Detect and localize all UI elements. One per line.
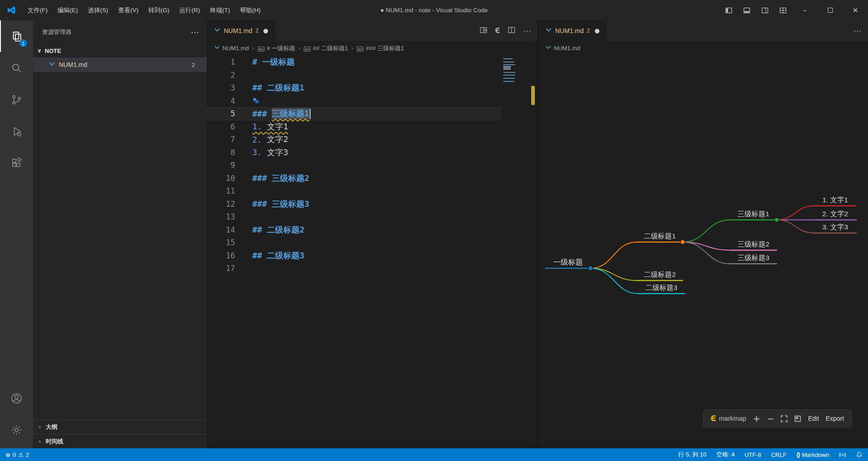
line-number: 7: [207, 135, 252, 144]
mindmap-link: [683, 220, 730, 242]
split-editor-icon[interactable]: [508, 26, 515, 35]
tab-num1md-preview[interactable]: NUM1.md 2 ●: [538, 20, 607, 41]
encoding[interactable]: UTF-8: [745, 451, 761, 458]
activity-run-debug[interactable]: [0, 115, 33, 147]
line-content: ### 三级标题3: [252, 199, 309, 209]
file-item-num1md[interactable]: NUM1.md 2: [33, 57, 207, 72]
code-line-3[interactable]: 3## 二级标题1: [207, 81, 501, 95]
mindmap-node-circle[interactable]: [680, 240, 685, 244]
breadcrumb-item[interactable]: abc# 一级标题: [258, 44, 295, 52]
dirty-indicator[interactable]: ●: [594, 27, 599, 34]
fit-window-button[interactable]: [781, 415, 788, 422]
line-number: 15: [207, 238, 252, 247]
problems-status[interactable]: ⊗ 0 ⚠ 2: [5, 451, 29, 458]
breadcrumb-item[interactable]: abc## 二级标题1: [304, 44, 348, 52]
activity-explorer[interactable]: 1: [0, 20, 33, 52]
menu-item-6[interactable]: 终端(T): [205, 0, 235, 20]
code-line-11[interactable]: 11: [207, 185, 501, 198]
mindmap-node-circle[interactable]: [588, 266, 593, 271]
minimize-button[interactable]: –: [792, 0, 817, 20]
breadcrumb-item[interactable]: NUM1.md: [545, 44, 580, 52]
notifications-bell-icon[interactable]: [856, 451, 863, 458]
mindmap-node-label[interactable]: 三级标题1: [737, 210, 769, 218]
mindmap-node-label[interactable]: 二级标题1: [644, 232, 676, 240]
edit-button[interactable]: Edit: [808, 415, 819, 422]
breadcrumb-item[interactable]: abc### 三级标题1: [357, 44, 404, 52]
mindmap-node-label[interactable]: 二级标题3: [646, 284, 678, 291]
sidebar-panel-timeline[interactable]: › 时间线: [33, 434, 207, 448]
breadcrumb-item[interactable]: NUM1.md: [214, 44, 249, 52]
code-line-17[interactable]: 17: [207, 262, 501, 275]
activity-search[interactable]: [0, 52, 33, 84]
code-line-2[interactable]: 2: [207, 69, 501, 82]
mindmap-node-label[interactable]: 三级标题2: [737, 240, 769, 248]
mindmap-node-circle[interactable]: [774, 218, 779, 222]
vertical-scrollbar[interactable]: [528, 56, 538, 448]
activity-extensions[interactable]: [0, 147, 33, 179]
code-line-10[interactable]: 10### 三级标题2: [207, 172, 501, 185]
code-line-15[interactable]: 15: [207, 236, 501, 249]
code-line-12[interactable]: 12### 三级标题3: [207, 198, 501, 211]
close-button[interactable]: ✕: [843, 0, 868, 20]
indentation[interactable]: 空格: 4: [716, 451, 734, 459]
file-name: NUM1.md: [59, 61, 87, 68]
mindmap-node-label[interactable]: 1. 文字1: [822, 196, 848, 204]
activity-account[interactable]: [0, 382, 33, 414]
code-line-14[interactable]: 14## 二级标题2: [207, 223, 501, 237]
code-line-5[interactable]: 5### 三级标题1: [207, 107, 501, 120]
sidebar-section-note[interactable]: ∨ NOTE: [33, 44, 207, 57]
code-line-13[interactable]: 13: [207, 210, 501, 223]
activity-settings[interactable]: [0, 414, 33, 446]
sidebar-panel-outline[interactable]: › 大纲: [33, 419, 207, 434]
zoom-out-button[interactable]: −: [767, 414, 774, 423]
activity-bar-spacer: [0, 179, 33, 382]
eol-sequence[interactable]: CRLF: [771, 451, 787, 458]
maximize-button[interactable]: [817, 0, 843, 20]
markmap-open-icon[interactable]: Є: [495, 27, 500, 35]
code-line-8[interactable]: 83. 文字3: [207, 146, 501, 159]
mindmap-node-label[interactable]: 二级标题2: [644, 271, 676, 278]
code-editor[interactable]: 1# 一级标题23## 二级标题145### 三级标题161. 文字172. 文…: [207, 56, 501, 448]
more-actions-icon[interactable]: ⋯: [523, 26, 531, 35]
activity-source-control[interactable]: [0, 84, 33, 115]
toggle-panel-icon[interactable]: [738, 0, 756, 20]
code-line-6[interactable]: 61. 文字1: [207, 120, 501, 133]
code-line-7[interactable]: 72. 文字2: [207, 133, 501, 146]
code-action-icon[interactable]: [252, 97, 260, 104]
language-mode[interactable]: {} Markdown: [797, 451, 829, 458]
code-line-16[interactable]: 16## 二级标题3: [207, 249, 501, 262]
mindmap-svg[interactable]: 一级标题二级标题1二级标题2二级标题3三级标题1三级标题2三级标题31. 文字1…: [538, 56, 868, 448]
menu-item-1[interactable]: 编辑(E): [52, 0, 83, 20]
breadcrumb-separator-icon: ›: [252, 45, 255, 52]
mindmap-node-label[interactable]: 3. 文字3: [822, 223, 848, 231]
mindmap-node-label[interactable]: 2. 文字2: [822, 210, 848, 218]
account-icon: [10, 392, 23, 404]
menu-item-5[interactable]: 运行(R): [175, 0, 205, 20]
toggle-secondary-sidebar-icon[interactable]: [756, 0, 774, 20]
dirty-indicator[interactable]: ●: [263, 27, 268, 34]
tab-num1md[interactable]: NUM1.md 2 ●: [207, 20, 276, 41]
open-preview-icon[interactable]: [480, 26, 487, 35]
menu-item-4[interactable]: 转到(G): [143, 0, 175, 20]
export-button[interactable]: Export: [826, 415, 844, 422]
code-line-4[interactable]: 4: [207, 95, 501, 108]
menu-item-3[interactable]: 查看(V): [113, 0, 143, 20]
mindmap-node-label[interactable]: 三级标题3: [737, 254, 769, 261]
cursor-position[interactable]: 行 5, 列 10: [678, 451, 706, 459]
code-line-1[interactable]: 1# 一级标题: [207, 56, 501, 69]
toggle-primary-sidebar-icon[interactable]: [720, 0, 738, 20]
code-line-9[interactable]: 9: [207, 159, 501, 172]
customize-layout-icon[interactable]: [774, 0, 792, 20]
menu-item-0[interactable]: 文件(F): [23, 0, 52, 20]
breadcrumb-label: # 一级标题: [267, 44, 295, 52]
recurse-toggle-button[interactable]: [794, 415, 801, 422]
broadcast-icon[interactable]: [839, 451, 846, 458]
zoom-in-button[interactable]: +: [753, 414, 760, 423]
minimap[interactable]: [501, 56, 528, 448]
sidebar-more-actions-icon[interactable]: ⋯: [191, 28, 199, 37]
more-actions-icon[interactable]: ⋯: [854, 26, 861, 35]
mindmap-node-label[interactable]: 一级标题: [553, 258, 583, 266]
menu-item-2[interactable]: 选择(S): [83, 0, 113, 20]
menu-item-7[interactable]: 帮助(H): [235, 0, 266, 20]
line-number: 14: [207, 225, 252, 234]
